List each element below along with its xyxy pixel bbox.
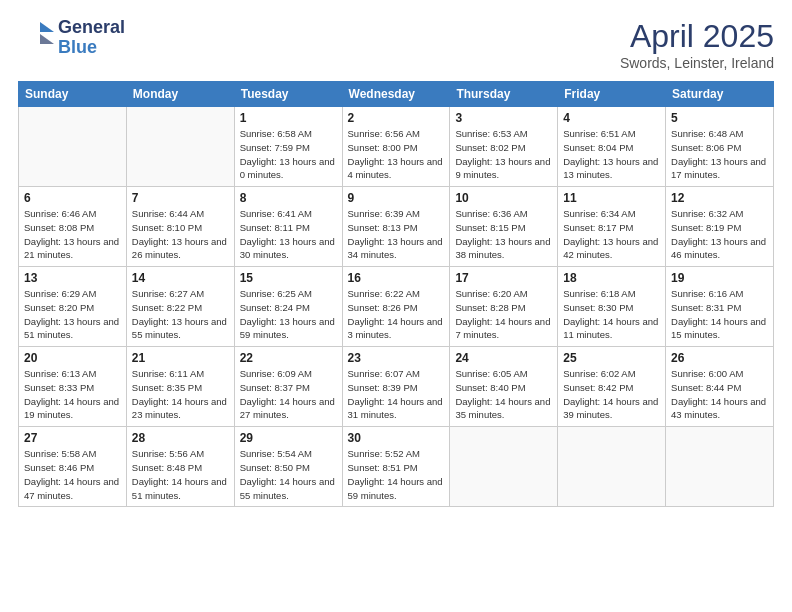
calendar-cell	[126, 107, 234, 187]
day-info: Sunrise: 6:22 AMSunset: 8:26 PMDaylight:…	[348, 287, 445, 342]
day-info: Sunrise: 6:18 AMSunset: 8:30 PMDaylight:…	[563, 287, 660, 342]
day-number: 2	[348, 111, 445, 125]
weekday-header-thursday: Thursday	[450, 82, 558, 107]
day-info: Sunrise: 6:29 AMSunset: 8:20 PMDaylight:…	[24, 287, 121, 342]
day-info: Sunrise: 6:46 AMSunset: 8:08 PMDaylight:…	[24, 207, 121, 262]
day-info: Sunrise: 6:41 AMSunset: 8:11 PMDaylight:…	[240, 207, 337, 262]
day-number: 7	[132, 191, 229, 205]
day-info: Sunrise: 6:00 AMSunset: 8:44 PMDaylight:…	[671, 367, 768, 422]
day-number: 4	[563, 111, 660, 125]
page: General Blue April 2025 Swords, Leinster…	[0, 0, 792, 612]
logo-icon	[18, 18, 54, 54]
day-info: Sunrise: 5:54 AMSunset: 8:50 PMDaylight:…	[240, 447, 337, 502]
calendar-cell: 19Sunrise: 6:16 AMSunset: 8:31 PMDayligh…	[666, 267, 774, 347]
calendar-cell: 25Sunrise: 6:02 AMSunset: 8:42 PMDayligh…	[558, 347, 666, 427]
day-number: 23	[348, 351, 445, 365]
logo-general-label: General	[58, 18, 125, 38]
day-number: 26	[671, 351, 768, 365]
day-number: 5	[671, 111, 768, 125]
day-info: Sunrise: 6:32 AMSunset: 8:19 PMDaylight:…	[671, 207, 768, 262]
calendar-cell: 22Sunrise: 6:09 AMSunset: 8:37 PMDayligh…	[234, 347, 342, 427]
day-info: Sunrise: 6:44 AMSunset: 8:10 PMDaylight:…	[132, 207, 229, 262]
weekday-header-tuesday: Tuesday	[234, 82, 342, 107]
day-info: Sunrise: 6:34 AMSunset: 8:17 PMDaylight:…	[563, 207, 660, 262]
day-number: 21	[132, 351, 229, 365]
calendar-cell	[558, 427, 666, 507]
day-info: Sunrise: 6:11 AMSunset: 8:35 PMDaylight:…	[132, 367, 229, 422]
day-number: 29	[240, 431, 337, 445]
day-info: Sunrise: 5:56 AMSunset: 8:48 PMDaylight:…	[132, 447, 229, 502]
calendar-cell: 12Sunrise: 6:32 AMSunset: 8:19 PMDayligh…	[666, 187, 774, 267]
day-info: Sunrise: 6:39 AMSunset: 8:13 PMDaylight:…	[348, 207, 445, 262]
day-number: 27	[24, 431, 121, 445]
day-info: Sunrise: 6:58 AMSunset: 7:59 PMDaylight:…	[240, 127, 337, 182]
day-info: Sunrise: 6:05 AMSunset: 8:40 PMDaylight:…	[455, 367, 552, 422]
weekday-header-friday: Friday	[558, 82, 666, 107]
day-number: 6	[24, 191, 121, 205]
weekday-header-wednesday: Wednesday	[342, 82, 450, 107]
calendar-cell: 5Sunrise: 6:48 AMSunset: 8:06 PMDaylight…	[666, 107, 774, 187]
calendar-cell: 13Sunrise: 6:29 AMSunset: 8:20 PMDayligh…	[19, 267, 127, 347]
day-info: Sunrise: 6:07 AMSunset: 8:39 PMDaylight:…	[348, 367, 445, 422]
calendar-cell: 24Sunrise: 6:05 AMSunset: 8:40 PMDayligh…	[450, 347, 558, 427]
calendar-cell: 16Sunrise: 6:22 AMSunset: 8:26 PMDayligh…	[342, 267, 450, 347]
calendar-cell: 18Sunrise: 6:18 AMSunset: 8:30 PMDayligh…	[558, 267, 666, 347]
header: General Blue April 2025 Swords, Leinster…	[18, 18, 774, 71]
title-month: April 2025	[620, 18, 774, 55]
day-info: Sunrise: 6:51 AMSunset: 8:04 PMDaylight:…	[563, 127, 660, 182]
logo: General Blue	[18, 18, 125, 58]
calendar-cell: 20Sunrise: 6:13 AMSunset: 8:33 PMDayligh…	[19, 347, 127, 427]
day-info: Sunrise: 6:27 AMSunset: 8:22 PMDaylight:…	[132, 287, 229, 342]
week-row-4: 20Sunrise: 6:13 AMSunset: 8:33 PMDayligh…	[19, 347, 774, 427]
calendar: SundayMondayTuesdayWednesdayThursdayFrid…	[18, 81, 774, 507]
day-number: 16	[348, 271, 445, 285]
day-info: Sunrise: 5:52 AMSunset: 8:51 PMDaylight:…	[348, 447, 445, 502]
day-number: 18	[563, 271, 660, 285]
calendar-cell: 26Sunrise: 6:00 AMSunset: 8:44 PMDayligh…	[666, 347, 774, 427]
day-number: 11	[563, 191, 660, 205]
day-number: 24	[455, 351, 552, 365]
day-number: 17	[455, 271, 552, 285]
day-info: Sunrise: 6:48 AMSunset: 8:06 PMDaylight:…	[671, 127, 768, 182]
calendar-cell: 28Sunrise: 5:56 AMSunset: 8:48 PMDayligh…	[126, 427, 234, 507]
logo-text: General Blue	[58, 18, 125, 58]
calendar-cell: 14Sunrise: 6:27 AMSunset: 8:22 PMDayligh…	[126, 267, 234, 347]
day-info: Sunrise: 6:53 AMSunset: 8:02 PMDaylight:…	[455, 127, 552, 182]
day-number: 9	[348, 191, 445, 205]
calendar-cell: 11Sunrise: 6:34 AMSunset: 8:17 PMDayligh…	[558, 187, 666, 267]
day-info: Sunrise: 5:58 AMSunset: 8:46 PMDaylight:…	[24, 447, 121, 502]
day-number: 22	[240, 351, 337, 365]
day-info: Sunrise: 6:13 AMSunset: 8:33 PMDaylight:…	[24, 367, 121, 422]
calendar-cell	[19, 107, 127, 187]
day-info: Sunrise: 6:02 AMSunset: 8:42 PMDaylight:…	[563, 367, 660, 422]
day-number: 8	[240, 191, 337, 205]
day-info: Sunrise: 6:09 AMSunset: 8:37 PMDaylight:…	[240, 367, 337, 422]
calendar-cell: 2Sunrise: 6:56 AMSunset: 8:00 PMDaylight…	[342, 107, 450, 187]
day-number: 14	[132, 271, 229, 285]
calendar-cell: 8Sunrise: 6:41 AMSunset: 8:11 PMDaylight…	[234, 187, 342, 267]
calendar-cell: 27Sunrise: 5:58 AMSunset: 8:46 PMDayligh…	[19, 427, 127, 507]
week-row-5: 27Sunrise: 5:58 AMSunset: 8:46 PMDayligh…	[19, 427, 774, 507]
calendar-cell: 29Sunrise: 5:54 AMSunset: 8:50 PMDayligh…	[234, 427, 342, 507]
svg-marker-0	[40, 22, 54, 32]
title-block: April 2025 Swords, Leinster, Ireland	[620, 18, 774, 71]
day-info: Sunrise: 6:20 AMSunset: 8:28 PMDaylight:…	[455, 287, 552, 342]
calendar-cell: 30Sunrise: 5:52 AMSunset: 8:51 PMDayligh…	[342, 427, 450, 507]
day-number: 13	[24, 271, 121, 285]
calendar-cell: 7Sunrise: 6:44 AMSunset: 8:10 PMDaylight…	[126, 187, 234, 267]
weekday-header-row: SundayMondayTuesdayWednesdayThursdayFrid…	[19, 82, 774, 107]
title-location: Swords, Leinster, Ireland	[620, 55, 774, 71]
calendar-cell	[666, 427, 774, 507]
calendar-cell: 3Sunrise: 6:53 AMSunset: 8:02 PMDaylight…	[450, 107, 558, 187]
day-number: 30	[348, 431, 445, 445]
calendar-cell: 9Sunrise: 6:39 AMSunset: 8:13 PMDaylight…	[342, 187, 450, 267]
calendar-cell: 4Sunrise: 6:51 AMSunset: 8:04 PMDaylight…	[558, 107, 666, 187]
calendar-cell: 21Sunrise: 6:11 AMSunset: 8:35 PMDayligh…	[126, 347, 234, 427]
week-row-2: 6Sunrise: 6:46 AMSunset: 8:08 PMDaylight…	[19, 187, 774, 267]
calendar-cell: 6Sunrise: 6:46 AMSunset: 8:08 PMDaylight…	[19, 187, 127, 267]
calendar-cell: 10Sunrise: 6:36 AMSunset: 8:15 PMDayligh…	[450, 187, 558, 267]
weekday-header-saturday: Saturday	[666, 82, 774, 107]
calendar-cell	[450, 427, 558, 507]
calendar-cell: 17Sunrise: 6:20 AMSunset: 8:28 PMDayligh…	[450, 267, 558, 347]
day-number: 28	[132, 431, 229, 445]
